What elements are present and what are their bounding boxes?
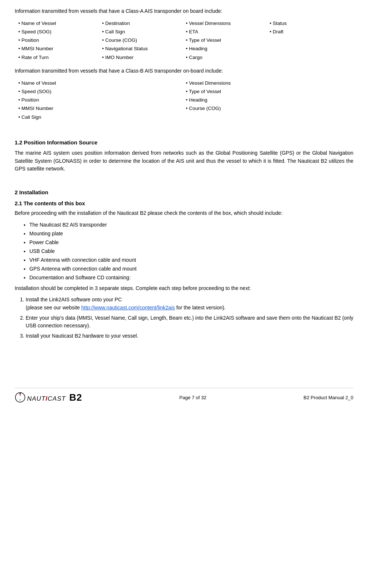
- page-number: Page 7 of 32: [179, 395, 206, 400]
- step-1-sub: (please see our website: [26, 305, 81, 310]
- logo-text: NAUTICAST B2: [27, 392, 82, 403]
- list-item: Rate of Turn: [18, 54, 102, 61]
- list-item: Type of Vessel: [186, 88, 353, 95]
- list-item: Heading: [186, 45, 270, 52]
- list-item: Name of Vessel: [18, 20, 102, 27]
- class-a-bullet-grid: Name of Vessel Speed (SOG) Position MMSI…: [18, 20, 353, 61]
- compass-icon: N: [15, 392, 26, 403]
- list-item: Position: [18, 96, 186, 104]
- list-item: IMO Number: [102, 54, 186, 61]
- list-item: Status: [270, 20, 354, 27]
- list-item: MMSI Number: [18, 105, 186, 112]
- list-item: Call Sign: [18, 114, 186, 121]
- step-2-text: Enter your ship’s data (MMSI, Vessel Nam…: [26, 315, 353, 329]
- list-item: ETA: [186, 28, 270, 36]
- list-item: Cargo: [186, 54, 270, 61]
- list-item: USB Cable: [29, 247, 353, 255]
- list-item: Draft: [270, 28, 354, 36]
- list-item: Mounting plate: [29, 230, 353, 238]
- svg-text:N: N: [19, 392, 21, 394]
- install-steps: Install the Link2AIS software onto your …: [26, 296, 353, 340]
- logo-cast: CAST: [48, 395, 66, 402]
- svg-marker-3: [19, 399, 21, 401]
- logo-b2: B2: [69, 392, 82, 403]
- install-step-3: Install your Nauticast B2 hardware to yo…: [26, 332, 353, 340]
- footer-logo: N NAUTICAST B2: [15, 392, 82, 403]
- list-item: Documentation and Software CD containing…: [29, 274, 353, 282]
- step-1-link-after: for the latest version).: [175, 305, 226, 310]
- list-item: Type of Vessel: [186, 37, 270, 44]
- class-b-col2: Vessel Dimensions Type of Vessel Heading…: [186, 80, 353, 121]
- install-step-2: Enter your ship’s data (MMSI, Vessel Nam…: [26, 314, 353, 330]
- box-contents-list: The Nauticast B2 AIS transponder Mountin…: [29, 221, 353, 282]
- section-2-heading: 2 Installation: [15, 189, 353, 195]
- list-item: Vessel Dimensions: [186, 20, 270, 27]
- install-intro: Installation should be completed in 3 se…: [15, 284, 353, 293]
- list-item: Vessel Dimensions: [186, 80, 353, 87]
- list-item: Power Cable: [29, 239, 353, 246]
- list-item: Position: [18, 37, 102, 44]
- list-item: GPS Antenna with connection cable and mo…: [29, 265, 353, 273]
- class-a-col3: Vessel Dimensions ETA Type of Vessel Hea…: [186, 20, 270, 61]
- class-a-col4: Status Draft: [270, 20, 354, 61]
- page-content: Information transmitted from vessels tha…: [15, 7, 353, 403]
- list-item: Course (COG): [102, 37, 186, 44]
- class-a-header: Information transmitted from vessels tha…: [15, 7, 353, 15]
- list-item: Heading: [186, 96, 353, 104]
- install-step-1: Install the Link2AIS software onto your …: [26, 296, 353, 312]
- list-item: VHF Antenna with connection cable and mo…: [29, 256, 353, 264]
- page-footer: N NAUTICAST B2 Page 7 of 32 B2 Product M…: [15, 388, 353, 403]
- list-item: Navigational Status: [102, 45, 186, 52]
- section-2-1-heading: 2.1 The contents of this box: [15, 201, 353, 206]
- section-1-2-body: The marine AIS system uses position info…: [15, 149, 353, 173]
- class-b-header: Information transmitted from vessels tha…: [15, 67, 353, 75]
- list-item: Name of Vessel: [18, 80, 186, 87]
- section-1-2-heading: 1.2 Position Information Source: [15, 139, 353, 146]
- list-item: Speed (SOG): [18, 28, 102, 36]
- class-b-col1: Name of Vessel Speed (SOG) Position MMSI…: [18, 80, 186, 121]
- version-text: B2 Product Manual 2_0: [303, 395, 353, 400]
- step-3-text: Install your Nauticast B2 hardware to yo…: [26, 333, 138, 339]
- list-item: The Nauticast B2 AIS transponder: [29, 221, 353, 229]
- list-item: Call Sign: [102, 28, 186, 36]
- section-2-1-intro: Before proceeding with the installation …: [15, 209, 353, 217]
- class-a-col2: Destination Call Sign Course (COG) Navig…: [102, 20, 186, 61]
- class-b-bullet-grid: Name of Vessel Speed (SOG) Position MMSI…: [18, 80, 353, 121]
- logo-naut: NAUT: [27, 395, 45, 402]
- link2ais-link[interactable]: http://www.nauticast.com/content/link2ai…: [81, 305, 175, 310]
- list-item: Speed (SOG): [18, 88, 186, 95]
- class-a-col1: Name of Vessel Speed (SOG) Position MMSI…: [18, 20, 102, 61]
- list-item: MMSI Number: [18, 45, 102, 52]
- list-item: Destination: [102, 20, 186, 27]
- list-item: Course (COG): [186, 105, 353, 112]
- step-1-text: Install the Link2AIS software onto your …: [26, 297, 122, 302]
